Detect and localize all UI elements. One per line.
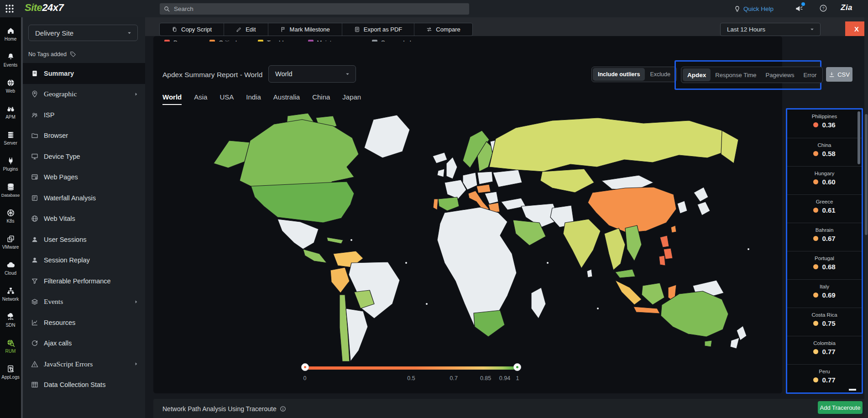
compare-button[interactable]: Compare	[414, 23, 472, 36]
map-country-myanmar[interactable]	[604, 228, 625, 270]
global-search[interactable]	[160, 3, 469, 15]
map-country-philippines[interactable]	[659, 235, 673, 266]
map-country-ukraine[interactable]	[493, 170, 522, 187]
rail-item-applogs[interactable]: AppLogs	[0, 359, 21, 385]
list-item-peru[interactable]: Peru0.77	[787, 364, 862, 392]
geo-tab-india[interactable]: India	[246, 93, 261, 105]
sidebar-item-ajax-calls[interactable]: Ajax calls	[23, 333, 145, 354]
include-outliers-segment[interactable]: Include outliers	[593, 68, 645, 81]
map-country-malaysia[interactable]	[615, 269, 635, 278]
rail-item-vmware[interactable]: VMware	[0, 229, 21, 255]
list-item-colombia[interactable]: Colombia0.77	[787, 336, 862, 364]
sidebar-item-summary[interactable]: Summary	[23, 63, 145, 84]
list-item-philippines[interactable]: Philippines0.36	[787, 110, 862, 138]
rail-item-web[interactable]: Web	[0, 73, 21, 99]
map-country-south-africa[interactable]	[474, 310, 505, 337]
map-country-russia[interactable]	[489, 118, 731, 172]
csv-export-button[interactable]: CSV	[826, 67, 852, 82]
map-country-ireland[interactable]	[437, 169, 444, 177]
info-icon[interactable]	[280, 406, 286, 412]
list-scrollbar-thumb[interactable]	[858, 111, 860, 164]
mark-milestone-button[interactable]: Mark Milestone	[268, 23, 342, 36]
map-country-uk[interactable]	[446, 157, 457, 179]
rail-item-database[interactable]: Database	[0, 177, 21, 203]
rail-item-rum[interactable]: RUM	[0, 333, 21, 359]
list-hscroll-thumb[interactable]	[849, 389, 856, 391]
sidebar-item-web-pages[interactable]: Web Pages	[23, 167, 145, 188]
map-region-africa[interactable]	[437, 207, 517, 328]
geo-tab-china[interactable]: China	[312, 93, 330, 105]
map-country-greenland[interactable]	[364, 115, 410, 158]
rail-item-apm[interactable]: APM	[0, 99, 21, 125]
map-country-india[interactable]	[563, 219, 601, 268]
map-country-china[interactable]	[588, 187, 676, 233]
sidebar-item-device-type[interactable]: Device Type	[23, 146, 145, 167]
map-country-sumatra[interactable]	[615, 280, 642, 305]
scale-handle-max[interactable]	[513, 363, 521, 371]
sidebar-item-data-collection-stats[interactable]: Data Collection Stats	[23, 375, 145, 396]
copy-script-button[interactable]: Copy Script	[160, 23, 224, 36]
sidebar-item-browser[interactable]: Browser	[23, 125, 145, 146]
map-country-new-zealand[interactable]	[730, 326, 747, 349]
time-range-dropdown[interactable]: Last 12 Hours	[720, 23, 821, 36]
map-country-iceland[interactable]	[433, 152, 447, 163]
tags-row[interactable]: No Tags added	[28, 50, 76, 58]
map-country-mexico[interactable]	[277, 219, 319, 249]
page-scrollbar-thumb[interactable]	[865, 114, 868, 235]
geo-tab-usa[interactable]: USA	[220, 93, 234, 105]
scale-handle-min[interactable]	[301, 363, 309, 371]
list-item-hungary[interactable]: Hungary0.60	[787, 166, 862, 194]
geo-tab-japan[interactable]: Japan	[342, 93, 361, 105]
sidebar-item-web-vitals[interactable]: Web Vitals	[23, 209, 145, 230]
tab-apdex[interactable]: Apdex	[683, 68, 711, 81]
rail-item-cloud[interactable]: Cloud	[0, 255, 21, 281]
rail-item-home[interactable]: Home	[0, 21, 21, 47]
sidebar-item-user-sessions[interactable]: User Sessions	[23, 229, 145, 250]
add-traceroute-button[interactable]: Add Traceroute	[818, 401, 863, 414]
rail-item-server[interactable]: Server	[0, 125, 21, 151]
rail-item-network[interactable]: Network	[0, 281, 21, 307]
sidebar-item-resources[interactable]: Resources	[23, 312, 145, 333]
list-item-china[interactable]: China0.58	[787, 138, 862, 166]
map-country-hungary[interactable]	[476, 184, 491, 193]
map-country-poland[interactable]	[477, 172, 493, 184]
map-country-canada[interactable]	[240, 120, 359, 193]
sidebar-item-waterfall-analysis[interactable]: Waterfall Analysis	[23, 188, 145, 209]
region-dropdown[interactable]: World	[268, 65, 356, 83]
rail-item-k8s[interactable]: K8s	[0, 203, 21, 229]
map-country-central-america[interactable]	[303, 249, 327, 263]
tab-pageviews[interactable]: Pageviews	[761, 68, 799, 81]
list-item-italy[interactable]: Italy0.69	[787, 279, 862, 308]
quick-help-button[interactable]: Quick Help	[734, 4, 774, 13]
geo-tab-world[interactable]: World	[162, 93, 182, 105]
export-pdf-button[interactable]: Export as PDF	[342, 23, 415, 36]
map-country-spain[interactable]	[438, 197, 459, 211]
sidebar-item-geographic[interactable]: Geographic	[23, 84, 145, 105]
map-country-usa[interactable]	[251, 182, 354, 223]
sidebar-item-javascript-errors[interactable]: JavaScript Errors	[23, 354, 145, 375]
monitor-selector-dropdown[interactable]: Delivery Site	[28, 25, 138, 41]
search-input[interactable]	[174, 5, 448, 12]
geo-tab-asia[interactable]: Asia	[194, 93, 207, 105]
map-country-portugal[interactable]	[433, 199, 438, 210]
app-grid-icon[interactable]	[5, 4, 15, 13]
map-country-cuba[interactable]	[327, 237, 343, 244]
map-country-japan[interactable]	[694, 187, 710, 215]
exclude-outliers-segment[interactable]: Exclude	[645, 68, 675, 81]
map-country-kamchatka[interactable]	[721, 131, 738, 163]
map-country-taiwan[interactable]	[671, 225, 676, 233]
list-item-portugal[interactable]: Portugal0.68	[787, 251, 862, 279]
map-country-madagascar[interactable]	[531, 287, 546, 319]
sidebar-item-filterable-performance[interactable]: Filterable Performance	[23, 271, 145, 292]
map-country-korea[interactable]	[677, 201, 687, 214]
rail-item-sdn[interactable]: SDN	[0, 307, 21, 333]
sidebar-item-isp[interactable]: ISP	[23, 104, 145, 125]
map-country-java[interactable]	[633, 307, 660, 314]
tab-error[interactable]: Error	[799, 68, 821, 81]
map-country-tasmania[interactable]	[705, 340, 712, 347]
sidebar-item-session-replay[interactable]: Session Replay	[23, 250, 145, 271]
map-country-balkans[interactable]	[485, 192, 498, 204]
map-country-sri-lanka[interactable]	[587, 269, 592, 277]
rail-item-plugins[interactable]: Plugins	[0, 151, 21, 177]
list-item-bahrain[interactable]: Bahrain0.67	[787, 223, 862, 251]
